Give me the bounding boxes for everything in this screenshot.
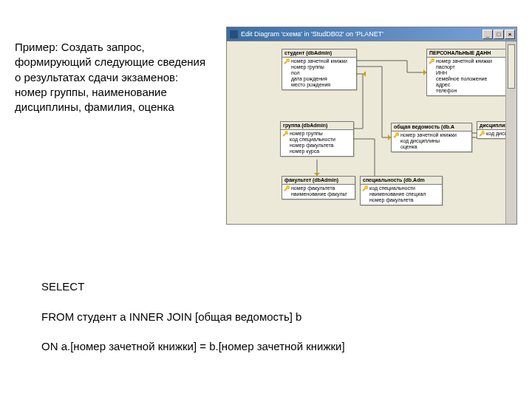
example-description: Пример: Создать запрос, формирующий след… <box>15 40 211 115</box>
key-icon: 🔑 <box>284 185 290 191</box>
column: наименование специал <box>369 191 426 197</box>
column: номер группы <box>290 131 323 137</box>
diagram-window: Edit Diagram 'схема' in 'StudDB02' on 'P… <box>226 27 517 225</box>
key-icon: 🔑 <box>429 58 434 64</box>
close-button[interactable]: × <box>505 30 515 39</box>
column: адрес <box>436 82 450 88</box>
svg-marker-2 <box>363 71 366 77</box>
column: номер курса <box>290 149 319 154</box>
app-icon <box>230 30 238 38</box>
table-group[interactable]: группа (dbAdmin) 🔑номер группы код специ… <box>280 121 354 157</box>
column: код специальности <box>290 137 335 143</box>
minimize-button[interactable]: _ <box>482 30 493 39</box>
table-speciality[interactable]: специальность (db.Adm 🔑код специальности… <box>360 176 443 205</box>
table-header: группа (dbAdmin) <box>281 122 353 130</box>
column: пол <box>291 70 300 76</box>
table-discipline[interactable]: дисциплина (dbAdmin) 🔑код дисциплины <box>477 121 516 139</box>
table-personal[interactable]: ПЕРСОНАЛЬНЫЕ ДАНН 🔑номер зачетной книжки… <box>426 49 508 96</box>
column: номер группы <box>291 64 324 70</box>
diagram-canvas[interactable]: студент (dbAdmin) 🔑номер зачетной книжки… <box>227 41 516 224</box>
window-title: Edit Diagram 'схема' in 'StudDB02' on 'P… <box>241 30 482 38</box>
key-icon: 🔑 <box>282 131 288 137</box>
column: семейное положение <box>436 76 487 82</box>
column: паспорт <box>436 64 455 70</box>
maximize-button[interactable]: □ <box>494 30 504 39</box>
table-header: дисциплина (dbAdmin) <box>477 122 516 130</box>
sql-line-select: SELECT <box>41 279 455 294</box>
key-icon: 🔑 <box>393 132 399 138</box>
table-header: ПЕРСОНАЛЬНЫЕ ДАНН <box>427 50 507 58</box>
column: оценка <box>400 144 417 150</box>
column: номер зачетной книжки <box>291 58 347 64</box>
column: номер зачетной книжки <box>400 132 457 138</box>
scrollbar-thumb[interactable] <box>508 44 515 89</box>
table-faculty[interactable]: факультет (dbAdmin) 🔑номер факультета на… <box>282 176 355 200</box>
sql-block: SELECT FROM студент a INNER JOIN [общая … <box>41 265 455 369</box>
column: код дисциплины <box>400 138 440 144</box>
table-header: специальность (db.Adm <box>361 177 442 185</box>
table-header: общая ведомость (db.A <box>392 123 471 132</box>
table-header: студент (dbAdmin) <box>282 50 356 58</box>
column: номер факультета <box>291 185 335 191</box>
column: телефон <box>436 88 457 94</box>
column: дата рождения <box>291 76 327 82</box>
key-icon: 🔑 <box>479 131 485 137</box>
key-icon: 🔑 <box>284 58 290 64</box>
column: номер зачетной книжки <box>436 58 492 64</box>
sql-line-on: ON a.[номер зачетной книжки] = b.[номер … <box>41 339 455 354</box>
column: место рождения <box>291 82 330 88</box>
table-student[interactable]: студент (dbAdmin) 🔑номер зачетной книжки… <box>282 49 357 90</box>
table-vedomost[interactable]: общая ведомость (db.A 🔑номер зачетной кн… <box>391 123 472 152</box>
column: ИНН <box>436 70 447 76</box>
column: номер факультета <box>290 143 333 149</box>
column: код специальности <box>369 185 415 191</box>
key-icon: 🔑 <box>362 185 368 191</box>
column: наименование факульт <box>291 191 347 197</box>
table-header: факультет (dbAdmin) <box>282 177 355 185</box>
titlebar: Edit Diagram 'схема' in 'StudDB02' on 'P… <box>227 27 516 41</box>
column: код дисциплины <box>486 131 514 137</box>
sql-line-from: FROM студент a INNER JOIN [общая ведомос… <box>41 310 455 324</box>
column: номер факультета <box>369 197 413 203</box>
